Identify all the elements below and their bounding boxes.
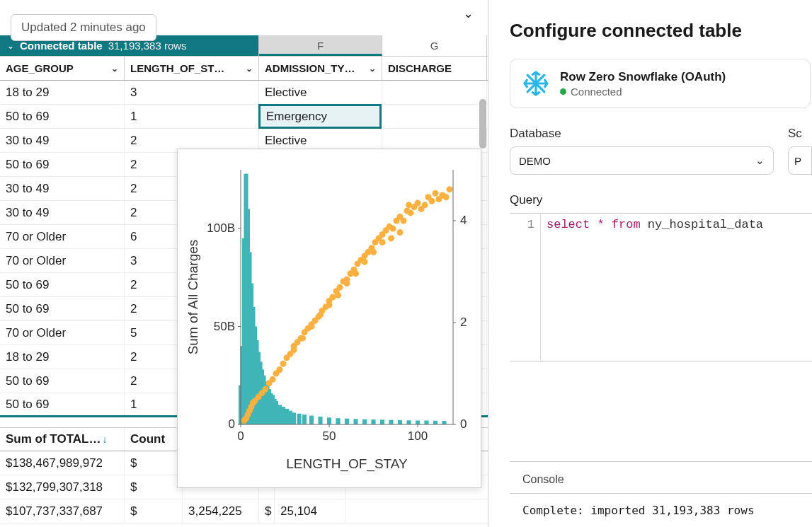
scrollbar-thumb[interactable] (479, 99, 486, 149)
table-cell[interactable]: 50 to 69 (0, 273, 125, 296)
summary-row[interactable]: $107,737,337,687$3,254,225$25,104 (0, 499, 488, 523)
svg-text:50: 50 (323, 429, 336, 443)
chart-overlay[interactable]: 050B100B024050100LENGTH_OF_STAYSum of Al… (177, 149, 481, 488)
svg-point-98 (422, 202, 428, 208)
connection-card[interactable]: Row Zero Snowflake (OAuth) Connected (510, 59, 811, 108)
table-cell[interactable]: 30 to 49 (0, 177, 125, 200)
summary-cell[interactable]: 3,254,225 (183, 499, 259, 523)
svg-text:2: 2 (460, 315, 467, 329)
table-cell[interactable]: 70 or Older (0, 225, 125, 248)
chevron-down-icon: ⌄ (246, 64, 253, 74)
svg-rect-31 (336, 418, 340, 424)
summary-cell[interactable]: $ (259, 499, 275, 523)
svg-point-74 (337, 284, 343, 291)
table-cell[interactable]: 50 to 69 (0, 369, 125, 393)
svg-text:4: 4 (460, 214, 467, 227)
table-cell[interactable]: 50 to 69 (0, 297, 125, 320)
banner-row-count: 31,193,383 rows (108, 40, 187, 52)
svg-point-94 (408, 209, 414, 216)
svg-point-108 (388, 235, 394, 241)
svg-point-101 (433, 190, 439, 197)
svg-text:LENGTH_OF_STAY: LENGTH_OF_STAY (286, 456, 408, 472)
svg-rect-37 (389, 420, 393, 424)
chart: 050B100B024050100LENGTH_OF_STAYSum of Al… (181, 156, 478, 481)
svg-rect-33 (353, 419, 358, 424)
svg-point-117 (309, 323, 315, 330)
table-cell[interactable]: 50 to 69 (0, 105, 125, 128)
svg-text:100: 100 (408, 429, 428, 443)
summary-header-cell[interactable]: Sum of TOTAL…↓ (0, 428, 125, 451)
svg-rect-32 (345, 419, 349, 424)
sort-desc-icon: ↓ (102, 434, 107, 445)
table-cell[interactable]: 70 or Older (0, 249, 125, 272)
database-select[interactable]: DEMO ⌄ (510, 146, 774, 175)
table-cell[interactable]: Elective (259, 81, 382, 104)
column-header[interactable]: ADMISSION_TY…⌄ (259, 57, 382, 80)
spreadsheet-panel: Updated 2 minutes ago ⌄ ⌄ Connected tabl… (0, 0, 488, 527)
svg-point-106 (397, 229, 404, 236)
table-cell[interactable]: 1 (125, 105, 259, 128)
summary-cell[interactable]: $ (125, 499, 183, 523)
column-header[interactable]: DISCHARGE (382, 57, 487, 80)
schema-select[interactable]: P (788, 146, 812, 175)
svg-point-107 (406, 202, 412, 208)
svg-rect-40 (416, 420, 420, 424)
svg-point-114 (335, 292, 341, 299)
table-cell[interactable]: 50 to 69 (0, 393, 125, 415)
svg-point-55 (270, 376, 276, 383)
svg-point-111 (362, 259, 368, 265)
table-cell[interactable]: 18 to 29 (0, 81, 125, 104)
chevron-down-icon[interactable]: ⌄ (463, 6, 474, 21)
svg-text:0: 0 (460, 417, 467, 431)
table-cell[interactable]: 70 or Older (0, 321, 125, 344)
summary-cell[interactable]: $138,467,989,972 (0, 451, 125, 475)
svg-point-112 (353, 270, 359, 277)
connection-status: Connected (560, 86, 726, 98)
column-header[interactable]: AGE_GROUP⌄ (0, 57, 125, 80)
column-headers: AGE_GROUP⌄LENGTH_OF_ST…⌄ADMISSION_TY…⌄DI… (0, 57, 488, 81)
line-gutter: 1 (510, 214, 541, 361)
table-cell[interactable]: 30 to 49 (0, 201, 125, 224)
svg-text:0: 0 (229, 417, 235, 431)
table-cell[interactable]: 18 to 29 (0, 345, 125, 369)
database-label: Database (510, 127, 774, 141)
svg-rect-43 (442, 421, 446, 424)
svg-point-96 (415, 200, 421, 207)
status-dot-icon (560, 88, 566, 95)
table-row[interactable]: 50 to 691Emergency (0, 105, 488, 129)
table-row[interactable]: 18 to 293Elective (0, 81, 488, 105)
svg-text:Sum of All Charges: Sum of All Charges (185, 240, 200, 355)
sql-editor[interactable]: 1 select * from ny_hospital_data (510, 213, 812, 361)
summary-header-cell[interactable]: Count (125, 428, 183, 451)
svg-rect-39 (406, 420, 411, 424)
svg-point-53 (263, 386, 269, 393)
svg-rect-30 (327, 417, 331, 424)
summary-cell[interactable]: 25,104 (275, 499, 345, 523)
svg-rect-26 (297, 414, 301, 424)
summary-cell[interactable]: $ (125, 451, 183, 475)
schema-value: P (794, 155, 801, 167)
table-cell[interactable]: 50 to 69 (0, 153, 125, 176)
summary-cell[interactable]: $ (125, 475, 183, 499)
column-letter[interactable]: G (382, 35, 487, 56)
summary-cell[interactable]: $107,737,337,687 (0, 499, 125, 523)
svg-point-109 (379, 239, 386, 245)
console-title: Console (510, 462, 812, 494)
column-letter[interactable]: F (259, 35, 382, 56)
svg-text:100B: 100B (207, 221, 235, 235)
svg-point-118 (299, 335, 306, 342)
table-cell[interactable]: 3 (125, 81, 259, 104)
table-cell[interactable] (382, 81, 487, 104)
sql-code[interactable]: select * from ny_hospital_data (541, 214, 812, 361)
table-cell[interactable]: Emergency (258, 104, 382, 129)
svg-point-89 (390, 226, 396, 232)
table-cell[interactable]: 30 to 49 (0, 129, 125, 152)
summary-cell[interactable]: $132,799,307,318 (0, 475, 125, 499)
table-cell[interactable] (381, 105, 486, 128)
svg-text:50B: 50B (214, 320, 235, 333)
svg-text:0: 0 (237, 429, 244, 443)
panel-title: Configure connected table (510, 20, 812, 42)
svg-point-100 (429, 198, 435, 204)
column-header[interactable]: LENGTH_OF_ST…⌄ (125, 57, 259, 80)
status-text: Connected (571, 86, 622, 98)
